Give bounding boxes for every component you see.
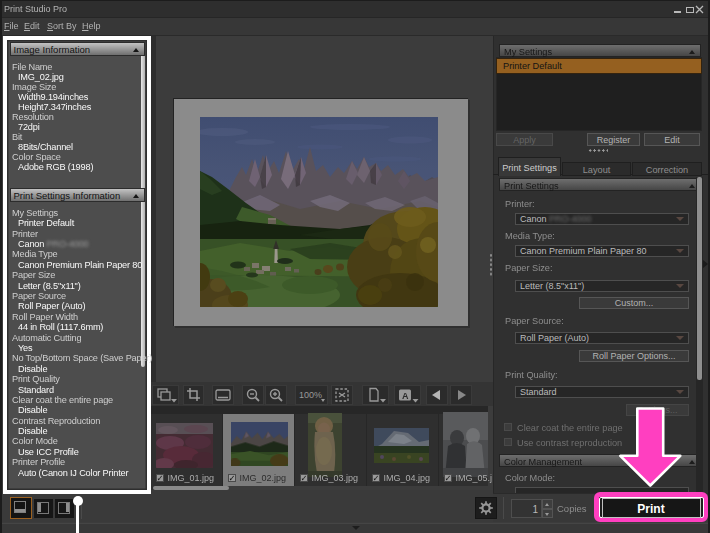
svg-text:A: A: [402, 391, 409, 401]
